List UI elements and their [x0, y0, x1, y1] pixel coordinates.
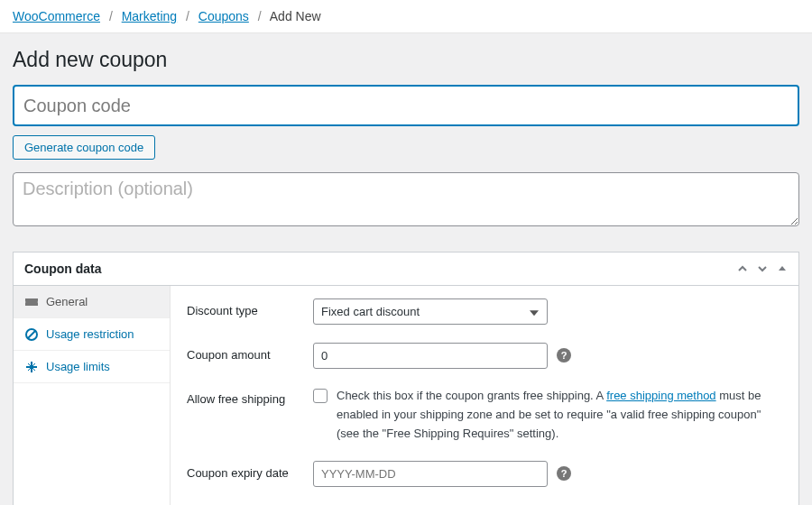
breadcrumb-link-woocommerce[interactable]: WooCommerce	[13, 9, 100, 23]
field-label: Coupon amount	[187, 343, 313, 362]
breadcrumb-sep: /	[109, 9, 113, 23]
panel-fields: Discount type Fixed cart discount Coupon…	[171, 286, 798, 505]
tab-general[interactable]: General	[14, 286, 170, 318]
coupon-code-input[interactable]	[13, 85, 799, 126]
panel-move-down-icon[interactable]	[757, 263, 768, 274]
breadcrumb-sep: /	[258, 9, 262, 23]
breadcrumb-link-coupons[interactable]: Coupons	[198, 9, 249, 23]
free-shipping-description: Check this box if the coupon grants free…	[337, 387, 782, 443]
field-label: Discount type	[187, 298, 313, 317]
breadcrumb-link-marketing[interactable]: Marketing	[122, 9, 177, 23]
expiry-date-input[interactable]	[313, 461, 548, 487]
coupon-amount-input[interactable]	[313, 343, 548, 369]
svg-line-1	[28, 331, 35, 338]
panel-title: Coupon data	[24, 262, 102, 276]
coupon-data-panel: Coupon data General	[13, 252, 799, 505]
panel-tabs: General Usage restriction Usage limits	[14, 286, 171, 505]
field-label: Allow free shipping	[187, 387, 313, 406]
page-title: Add new coupon	[13, 48, 799, 72]
no-entry-icon	[24, 328, 39, 341]
panel-move-up-icon[interactable]	[737, 263, 748, 274]
breadcrumb-sep: /	[186, 9, 189, 23]
tab-label: Usage limits	[46, 360, 110, 373]
ticket-icon	[24, 297, 39, 308]
help-icon[interactable]: ?	[557, 348, 571, 363]
field-expiry-date: Coupon expiry date ?	[187, 461, 782, 487]
description-textarea[interactable]	[13, 172, 799, 226]
panel-header: Coupon data	[14, 252, 798, 286]
adjust-icon	[24, 361, 39, 373]
tab-usage-limits[interactable]: Usage limits	[14, 351, 170, 383]
free-shipping-method-link[interactable]: free shipping method	[606, 389, 715, 402]
breadcrumb-current: Add New	[270, 9, 321, 23]
field-discount-type: Discount type Fixed cart discount	[187, 298, 782, 325]
breadcrumb: WooCommerce / Marketing / Coupons / Add …	[0, 0, 812, 33]
panel-toggle-icon[interactable]	[777, 263, 788, 274]
generate-coupon-button[interactable]: Generate coupon code	[13, 135, 155, 160]
free-shipping-checkbox[interactable]	[313, 389, 328, 403]
discount-type-select[interactable]: Fixed cart discount	[313, 298, 548, 325]
field-free-shipping: Allow free shipping Check this box if th…	[187, 387, 782, 443]
tab-usage-restriction[interactable]: Usage restriction	[14, 318, 170, 351]
tab-label: General	[46, 295, 88, 308]
tab-label: Usage restriction	[46, 327, 134, 341]
field-label: Coupon expiry date	[187, 461, 313, 480]
help-icon[interactable]: ?	[557, 466, 571, 481]
field-coupon-amount: Coupon amount ?	[187, 343, 782, 369]
